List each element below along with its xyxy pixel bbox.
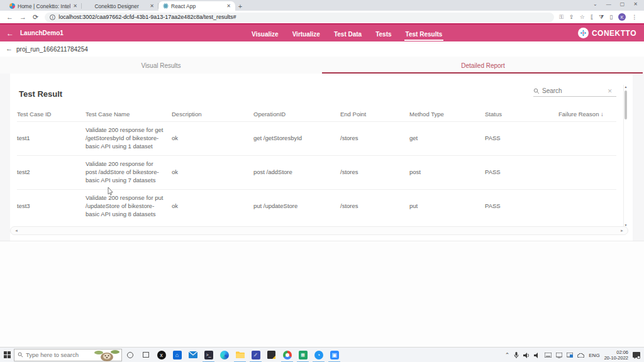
cell-method-type: put bbox=[409, 199, 485, 214]
taskbar-clock[interactable]: 02:06 20-10-2022 bbox=[604, 349, 628, 361]
clear-search-icon[interactable]: ✕ bbox=[608, 88, 613, 94]
screen-share-icon[interactable] bbox=[567, 353, 573, 358]
window-minimize-icon[interactable]: — bbox=[606, 1, 611, 8]
extensions-puzzle-icon[interactable]: ⧩ bbox=[599, 14, 604, 21]
col-test-case-name[interactable]: Test Case Name bbox=[86, 108, 172, 120]
double-slash-icon: ∕∕ bbox=[252, 351, 260, 359]
taskbar-app-sheets[interactable]: ▦ bbox=[295, 348, 311, 362]
scroll-up-icon[interactable]: ▲ bbox=[624, 85, 628, 89]
task-view-button[interactable] bbox=[138, 348, 153, 362]
taskbar-app-striped[interactable]: ∕∕ bbox=[248, 348, 264, 362]
taskbar-app-file-explorer[interactable] bbox=[232, 348, 248, 362]
new-tab-button[interactable]: + bbox=[235, 1, 245, 11]
cell-description: ok bbox=[172, 199, 253, 214]
search-highlight-image[interactable] bbox=[94, 349, 120, 361]
col-end-point[interactable]: End Point bbox=[340, 108, 409, 120]
table-row[interactable]: test2 Validate 200 response for post /ad… bbox=[17, 155, 616, 189]
browser-tab-react-app[interactable]: React App ✕ bbox=[158, 1, 235, 11]
scroll-right-icon[interactable]: ► bbox=[620, 229, 624, 233]
cortana-button[interactable] bbox=[122, 348, 138, 362]
panel-left-gutter bbox=[0, 74, 10, 241]
share-icon[interactable]: ⇪ bbox=[569, 14, 574, 20]
tab-title: Home | Conektto: Intelligent AP bbox=[18, 3, 70, 9]
table-row[interactable]: test3 Validate 200 response for put /upd… bbox=[17, 189, 616, 223]
taskbar-app-chrome[interactable] bbox=[279, 348, 295, 362]
run-id: proj_run_1666211784254 bbox=[16, 46, 88, 53]
reload-icon[interactable]: ⟳ bbox=[33, 13, 38, 21]
taskbar-app-edge[interactable] bbox=[216, 348, 232, 362]
app-back-icon[interactable]: ← bbox=[6, 29, 14, 38]
taskbar-app-notes[interactable] bbox=[264, 348, 279, 362]
chrome-icon bbox=[283, 351, 292, 359]
menu-dots-icon[interactable]: ⋮ bbox=[631, 14, 637, 20]
window-dropdown-icon[interactable]: ⌄ bbox=[593, 1, 597, 8]
cell-failure-reason bbox=[558, 203, 616, 211]
scrollbar-thumb[interactable] bbox=[625, 90, 627, 119]
table-row[interactable]: test1 Validate 200 response for get /get… bbox=[17, 121, 616, 155]
taskbar-app-xbox[interactable]: x bbox=[153, 348, 169, 362]
cell-method-type: get bbox=[409, 131, 485, 146]
col-failure-reason[interactable]: Failure Reason ↓ bbox=[558, 108, 616, 120]
task-view-icon bbox=[143, 352, 149, 358]
col-test-case-id[interactable]: Test Case ID bbox=[17, 108, 86, 120]
run-back-icon[interactable]: ← bbox=[6, 45, 13, 52]
browser-tab-designer[interactable]: Conektto Designer ✕ bbox=[82, 1, 158, 11]
bookmark-star-icon[interactable]: ☆ bbox=[580, 14, 585, 20]
tray-expand-icon[interactable]: ⌃ bbox=[505, 352, 510, 358]
system-tray: ⌃ ENG 02:06 20-10-2022 bbox=[505, 348, 644, 362]
password-key-icon[interactable]: ⚿ bbox=[559, 14, 564, 21]
tab-close-icon[interactable]: ✕ bbox=[73, 3, 77, 9]
col-operation-id[interactable]: OperationID bbox=[253, 108, 340, 120]
horizontal-scrollbar[interactable]: ◄ ► bbox=[10, 226, 628, 235]
nav-tests[interactable]: Tests bbox=[375, 27, 391, 40]
swirl-icon: ◔ bbox=[314, 351, 323, 359]
microphone-icon[interactable] bbox=[514, 352, 519, 358]
col-method-type[interactable]: Method Type bbox=[409, 108, 485, 120]
keyboard-icon[interactable] bbox=[545, 353, 552, 358]
nav-virtualize[interactable]: Virtualize bbox=[292, 27, 320, 40]
display-icon[interactable] bbox=[556, 353, 562, 358]
volume-icon[interactable] bbox=[534, 353, 540, 358]
vertical-scrollbar[interactable]: ▲ ▼ bbox=[623, 85, 628, 227]
extension-a-icon[interactable]: ⟦ bbox=[591, 14, 593, 20]
profile-avatar[interactable]: K bbox=[618, 13, 626, 21]
window-maximize-icon[interactable]: ▢ bbox=[620, 1, 625, 8]
nav-test-data[interactable]: Test Data bbox=[334, 27, 362, 40]
table-search[interactable]: ✕ bbox=[533, 87, 616, 97]
scroll-left-icon[interactable]: ◄ bbox=[14, 229, 18, 233]
search-icon bbox=[18, 352, 23, 358]
taskbar-app-camera[interactable]: ▣ bbox=[326, 348, 342, 362]
taskbar-app-blue-circle[interactable]: ◔ bbox=[311, 348, 326, 362]
taskbar-app-terminal[interactable]: >_ bbox=[201, 348, 216, 362]
start-button[interactable] bbox=[0, 348, 14, 362]
taskbar-app-store[interactable]: ⌂ bbox=[169, 348, 185, 362]
cell-end-point: /stores bbox=[340, 199, 409, 214]
taskbar-app-mail[interactable] bbox=[185, 348, 201, 362]
speaker-icon[interactable] bbox=[523, 353, 530, 358]
tab-visual-results[interactable]: Visual Results bbox=[0, 57, 322, 74]
nav-visualize[interactable]: Visualize bbox=[252, 27, 279, 40]
tab-close-icon[interactable]: ✕ bbox=[226, 3, 231, 9]
report-tabs: Visual Results Detailed Report bbox=[0, 57, 644, 74]
tab-detailed-report[interactable]: Detailed Report bbox=[322, 57, 644, 74]
nav-test-results[interactable]: Test Results bbox=[406, 27, 443, 40]
back-icon[interactable]: ← bbox=[6, 13, 13, 21]
taskbar-search-input[interactable] bbox=[26, 351, 89, 358]
language-indicator[interactable]: ENG bbox=[589, 353, 599, 358]
notification-center-icon[interactable] bbox=[633, 352, 640, 359]
cell-description: ok bbox=[172, 131, 253, 146]
window-close-icon[interactable]: ✕ bbox=[633, 1, 638, 8]
search-input[interactable] bbox=[542, 87, 605, 94]
site-info-icon[interactable]: i bbox=[50, 14, 55, 20]
browser-tab-home[interactable]: Home | Conektto: Intelligent AP ✕ bbox=[5, 1, 82, 11]
tab-close-icon[interactable]: ✕ bbox=[150, 3, 154, 9]
sort-arrow-icon[interactable]: ↓ bbox=[601, 111, 604, 118]
col-description[interactable]: Description bbox=[172, 108, 253, 120]
forward-icon[interactable]: → bbox=[19, 13, 26, 21]
sidepanel-icon[interactable]: ▯ bbox=[609, 14, 613, 20]
col-status[interactable]: Status bbox=[485, 108, 558, 120]
address-bar[interactable]: i localhost:3002/caa97662-dcfd-43b1-9a13… bbox=[45, 13, 554, 22]
app-header: ← LaunchDemo1 Visualize Virtualize Test … bbox=[0, 23, 644, 41]
cloud-icon[interactable] bbox=[577, 353, 584, 358]
taskbar-search[interactable] bbox=[14, 349, 122, 361]
